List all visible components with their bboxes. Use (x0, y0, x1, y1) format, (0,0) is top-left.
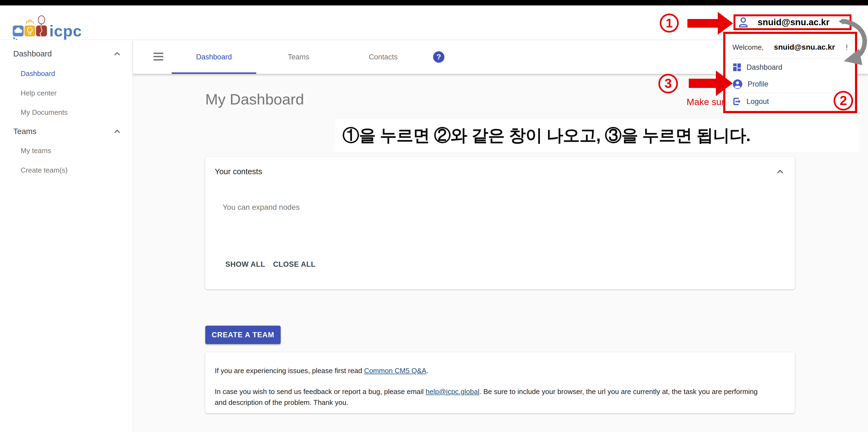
issues-text: If you are experiencing issues, please f… (215, 367, 364, 375)
menu-item-dashboard[interactable]: Dashboard (725, 59, 855, 76)
menu-item-label: Dashboard (746, 63, 782, 71)
sidebar-section-label: Teams (0, 127, 36, 136)
contests-card-title: Your contests (215, 167, 262, 176)
tab-dashboard[interactable]: Dashboard (172, 40, 256, 74)
sidebar-section-dashboard[interactable]: Dashboard (0, 44, 133, 63)
issues-paragraph: If you are experiencing issues, please f… (215, 365, 763, 376)
sidebar-item-create-teams[interactable]: Create team(s) (0, 161, 133, 180)
person-icon (739, 17, 748, 27)
sidebar-item-label: Create team(s) (0, 166, 67, 174)
close-all-button[interactable]: CLOSE ALL (270, 257, 318, 271)
feedback-text: In case you wish to send us feedback or … (215, 387, 426, 396)
issues-text-suffix: . (426, 367, 428, 375)
sidebar-item-dashboard[interactable]: Dashboard (0, 64, 133, 83)
logo-text: icpc (49, 22, 82, 39)
info-card: If you are experiencing issues, please f… (205, 352, 795, 413)
annotation-step-2: 2 (834, 91, 853, 110)
chevron-up-icon (113, 127, 121, 136)
welcome-prefix: Welcome, (733, 43, 764, 52)
account-button[interactable]: snuid@snu.ac.kr (734, 15, 851, 30)
sidebar-item-label: Dashboard (0, 69, 55, 78)
create-a-team-button[interactable]: CREATE A TEAM (205, 326, 281, 344)
dashboard-icon (733, 63, 742, 72)
help-icon[interactable]: ? (433, 51, 444, 63)
logout-icon (733, 97, 742, 106)
active-tab-underline (172, 73, 256, 74)
sidebar-section-label: Dashboard (0, 49, 52, 58)
balloon-icon (36, 16, 47, 36)
icpc-logo: icpc (11, 13, 92, 43)
annotation-step-1: 1 (660, 13, 679, 33)
thought-bubble-icon (13, 26, 24, 40)
menu-item-label: Profile (748, 80, 769, 88)
sidebar-item-label: My Documents (0, 108, 67, 117)
annotation-partial-note: Make sur (687, 96, 724, 107)
contests-card-hint: You can expand nodes (223, 203, 300, 212)
tab-contacts[interactable]: Contacts (341, 40, 426, 74)
menu-item-profile[interactable]: Profile (725, 76, 855, 92)
annotation-step-3: 3 (658, 74, 678, 93)
app-screen: icpc Dashboard Dashboard Help center My … (0, 0, 868, 432)
page-title: My Dashboard (205, 90, 304, 108)
sidebar-item-label: Help center (0, 89, 57, 97)
show-all-button[interactable]: SHOW ALL (223, 257, 268, 271)
tab-teams[interactable]: Teams (256, 40, 341, 74)
lightbulb-icon (24, 20, 35, 36)
curved-arrow-icon (837, 16, 868, 70)
annotation-arrow-3 (689, 70, 733, 96)
feedback-paragraph: In case you wish to send us feedback or … (215, 386, 763, 408)
sidebar-item-my-teams[interactable]: My teams (0, 141, 133, 161)
chevron-up-icon (113, 50, 121, 58)
profile-icon (733, 79, 743, 89)
sidebar-item-label: My teams (0, 147, 51, 155)
welcome-row: Welcome, snuid@snu.ac.kr ! (725, 36, 855, 58)
annotation-arrow-1 (687, 12, 733, 35)
sidebar-section-teams[interactable]: Teams (0, 121, 133, 141)
menu-icon[interactable] (153, 53, 163, 61)
menu-item-label: Logout (746, 97, 769, 106)
common-cm5-qa-link[interactable]: Common CM5 Q&A (364, 367, 427, 375)
your-contests-card: Your contests You can expand nodes SHOW … (205, 157, 795, 289)
account-email: snuid@snu.ac.kr (748, 17, 839, 27)
top-black-bar (0, 0, 868, 5)
sidebar-item-help-center[interactable]: Help center (0, 83, 133, 103)
help-email-link[interactable]: help@icpc.global (426, 387, 479, 396)
sidebar-item-my-documents[interactable]: My Documents (0, 103, 133, 122)
chevron-up-icon[interactable] (776, 168, 785, 176)
welcome-email: snuid@snu.ac.kr (774, 43, 835, 52)
annotation-instruction-band: ①을 누르면 ②와 같은 창이 나오고, ③을 누르면 됩니다. (335, 119, 859, 152)
sidebar: Dashboard Dashboard Help center My Docum… (0, 40, 133, 432)
